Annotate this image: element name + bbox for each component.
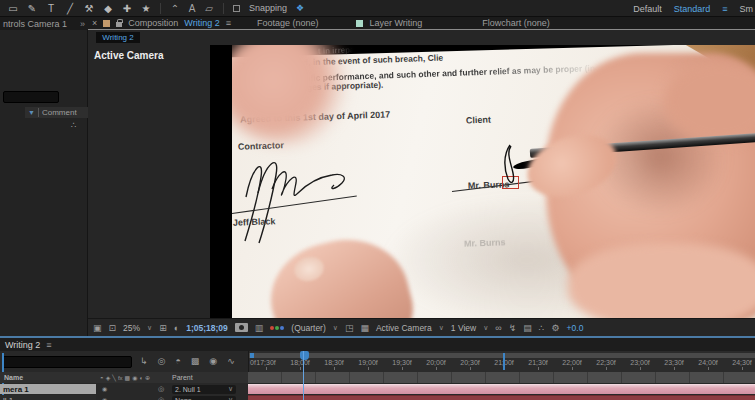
tab-layer[interactable]: Layer Writing	[369, 18, 422, 28]
zoom-level[interactable]: 25%	[123, 323, 140, 333]
frame-blend-column-icon[interactable]: ▩	[125, 374, 131, 381]
flowchart-icon[interactable]: ∴	[71, 120, 77, 130]
eraser-tool-icon[interactable]: ◆	[103, 3, 113, 14]
layer-duration-bar-camera[interactable]	[248, 384, 755, 394]
local-axis-icon[interactable]: ⌃	[170, 3, 180, 14]
tab-effect-controls[interactable]: ntrols Camera 1 »	[0, 17, 88, 30]
playhead-handle[interactable]	[300, 351, 309, 360]
fx-column-icon[interactable]: fx	[118, 375, 123, 381]
close-icon[interactable]: ×	[92, 18, 97, 28]
snapping-options-icon[interactable]: ❖	[296, 3, 304, 13]
work-area-start-handle[interactable]	[250, 353, 254, 358]
type-tool-icon[interactable]: T	[46, 3, 56, 14]
parent-pickwhip-icon[interactable]: ◎	[158, 396, 164, 400]
chevron-down-icon[interactable]: ∨	[147, 324, 152, 332]
parent-column-label[interactable]: Parent	[172, 374, 193, 381]
layer-name-null[interactable]: ll 1	[0, 395, 96, 400]
parent-select-camera[interactable]: 2. Null 1 ∨	[172, 385, 236, 394]
shy-icon[interactable]: ◓	[175, 356, 180, 366]
exposure-gear-icon[interactable]: ⚙	[552, 323, 560, 333]
tab-flowchart[interactable]: Flowchart (none)	[482, 18, 550, 28]
draft-3d-icon[interactable]: ◎	[158, 356, 166, 366]
region-of-interest-icon[interactable]: ◳	[345, 323, 354, 333]
layer-name-camera[interactable]: mera 1	[0, 384, 96, 394]
chevron-down-icon[interactable]: ∨	[333, 324, 338, 332]
view-layout-select[interactable]: 1 View	[451, 323, 476, 333]
lock-icon[interactable]	[116, 22, 122, 27]
comp-mini-flowchart-icon[interactable]: ↳	[140, 356, 148, 366]
roto-brush-icon[interactable]: ✚	[122, 3, 132, 14]
effect-controls-panel: ▼ Comment ∴	[0, 30, 88, 336]
mask-visibility-icon[interactable]: ◐	[174, 323, 179, 333]
parent-select-null[interactable]: None ∨	[172, 396, 236, 400]
panel-overflow-chevron-icon[interactable]: »	[80, 19, 85, 29]
exposure-value[interactable]: +0.0	[567, 323, 584, 333]
comp-navigator-tab[interactable]: Writing 2	[96, 32, 140, 43]
palm-edge	[568, 243, 755, 318]
show-snapshot-icon[interactable]: ▥	[255, 323, 264, 333]
graph-editor-icon[interactable]: ∿	[227, 356, 235, 366]
parent-value: 2. Null 1	[175, 386, 201, 393]
layer-duration-bar-null[interactable]	[248, 395, 755, 400]
panel-menu-icon[interactable]: ≡	[46, 340, 51, 350]
composition-tab-name[interactable]: Writing 2	[184, 18, 219, 28]
quality-column-icon[interactable]: ╲	[112, 374, 116, 381]
motion-blur-icon[interactable]: ◉	[209, 356, 217, 366]
work-area-bar[interactable]	[249, 353, 755, 358]
adjustment-column-icon[interactable]: ◐	[139, 375, 143, 381]
timeline-body: ↳◎◓▩◉∿ 0f 17;30f18;00f18;30f19;00f19;30f…	[0, 351, 755, 400]
tab-timeline-writing2[interactable]: Writing 2	[5, 340, 40, 350]
time-ruler[interactable]: 0f 17;30f18;00f18;30f19;00f19;30f20;00f2…	[248, 351, 755, 372]
timeline-button-icon[interactable]: ▤	[523, 323, 532, 333]
camera-view-select[interactable]: Active Camera	[376, 323, 432, 333]
flowchart-button-icon[interactable]: ∴	[539, 323, 545, 333]
layer-switch-icon[interactable]: ◉	[102, 396, 107, 400]
snapping-checkbox[interactable]	[233, 5, 240, 12]
playhead-line[interactable]	[303, 351, 304, 400]
chevron-down-icon[interactable]: ∨	[439, 324, 444, 332]
layer-row-null[interactable]: ll 1 ◉ ◎ None ∨	[0, 395, 755, 400]
workspace-standard[interactable]: Standard	[674, 4, 711, 14]
shy-column-icon[interactable]: ◓	[100, 375, 104, 381]
show-channel-icon[interactable]	[270, 326, 284, 330]
twirl-down-icon[interactable]: ▼	[28, 109, 35, 116]
video-frame[interactable]: t in irrepa nedy at law; and, in the eve…	[210, 45, 755, 318]
panel-menu-icon[interactable]: ≡	[226, 18, 231, 28]
parent-pickwhip-icon[interactable]: ◎	[158, 385, 164, 393]
current-timecode[interactable]: 1;05;18;09	[186, 323, 228, 333]
pixel-aspect-icon[interactable]: ∞	[495, 323, 501, 333]
workspace-menu-icon[interactable]: ≡	[722, 4, 727, 14]
pen-tool-icon[interactable]: ✎	[27, 3, 37, 14]
left-panel-search-input[interactable]	[3, 91, 59, 103]
layer-switch-icon[interactable]: ◉	[102, 385, 107, 392]
comment-column-header[interactable]: ▼ Comment	[25, 107, 88, 118]
fast-preview-icon[interactable]: ↯	[509, 323, 517, 333]
world-axis-icon[interactable]: A	[187, 3, 197, 14]
viewer-tab-strip: × Composition Writing 2 ≡ Footage (none)…	[88, 17, 755, 30]
tab-footage[interactable]: Footage (none)	[257, 18, 319, 28]
threed-column-icon[interactable]: ⊕	[145, 374, 150, 381]
rect-tool-icon[interactable]: ▭	[8, 3, 18, 14]
puppet-pin-icon[interactable]: ★	[141, 3, 151, 14]
motion-blur-column-icon[interactable]: ◉	[132, 374, 137, 381]
chevron-down-icon[interactable]: ∨	[483, 324, 488, 332]
workspace-default[interactable]: Default	[633, 4, 662, 14]
brush-tool-icon[interactable]: ╱	[65, 3, 75, 14]
collapse-column-icon[interactable]: ◈	[106, 374, 111, 381]
grid-guides-icon[interactable]: ⊞	[159, 323, 167, 333]
timeline-search-input[interactable]	[2, 356, 132, 368]
name-column-label[interactable]: Name	[4, 374, 23, 381]
composition-tab-label[interactable]: Composition	[128, 18, 178, 28]
resolution-select[interactable]: (Quarter)	[291, 323, 325, 333]
workspace-truncated[interactable]: Sm	[740, 4, 754, 14]
comp-status-bar: ▣ ⊡ 25% ∨ ⊞ ◐ 1;05;18;09 ▥ (Quarter) ∨ ◳…	[88, 318, 755, 336]
ruler-label: 20;00f	[419, 359, 453, 366]
always-preview-icon[interactable]: ▣	[93, 323, 102, 333]
frame-blending-icon[interactable]: ▩	[191, 356, 200, 366]
layer-row-camera[interactable]: mera 1 ◉ ◎ 2. Null 1 ∨	[0, 384, 755, 394]
snapshot-camera-icon[interactable]	[235, 323, 248, 332]
clone-stamp-icon[interactable]: ⚒	[84, 3, 94, 14]
view-axis-icon[interactable]: ▱	[204, 3, 214, 14]
transparency-grid-icon[interactable]: ▦	[360, 323, 369, 333]
monitor-icon[interactable]: ⊡	[109, 323, 117, 333]
